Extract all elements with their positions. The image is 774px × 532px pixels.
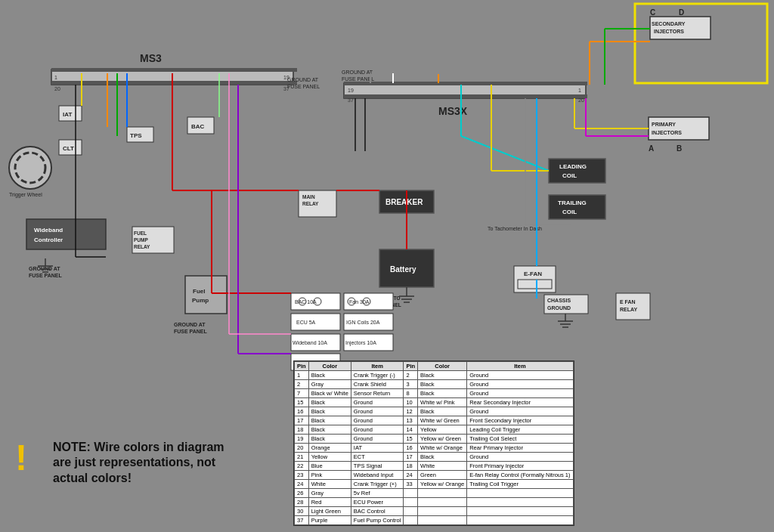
svg-text:MS3X: MS3X bbox=[438, 105, 468, 117]
legend-cell: Ground bbox=[351, 398, 404, 407]
legend-cell bbox=[467, 507, 573, 516]
svg-text:20: 20 bbox=[54, 86, 60, 91]
legend-row: 18BlackGround14YellowLeading Coil Trigge… bbox=[295, 425, 574, 435]
legend-header-pin-right: Pin bbox=[404, 362, 418, 371]
svg-text:COIL: COIL bbox=[562, 209, 577, 215]
svg-text:INJECTORS: INJECTORS bbox=[654, 29, 684, 34]
svg-rect-11 bbox=[344, 94, 587, 98]
svg-rect-76 bbox=[549, 195, 605, 219]
legend-row: 15BlackGround10White w/ PinkRear Seconda… bbox=[295, 398, 574, 407]
svg-text:INJECTORS: INJECTORS bbox=[652, 130, 682, 135]
svg-text:FUSE PANEL: FUSE PANEL bbox=[342, 76, 374, 82]
legend-cell: 12 bbox=[404, 407, 418, 416]
legend-cell: Ground bbox=[467, 389, 573, 398]
svg-text:IGN Coils 20A: IGN Coils 20A bbox=[346, 320, 380, 325]
legend-cell: 23 bbox=[295, 471, 309, 480]
legend-cell: Black bbox=[418, 407, 467, 416]
legend-cell: Gray bbox=[308, 380, 351, 389]
legend-cell: Red bbox=[308, 498, 351, 507]
legend-cell: 18 bbox=[404, 462, 418, 471]
legend-cell: 17 bbox=[295, 416, 309, 425]
legend-cell: ECT bbox=[351, 453, 404, 462]
svg-text:Fan 30A: Fan 30A bbox=[349, 299, 370, 305]
svg-text:RELAY: RELAY bbox=[134, 244, 150, 249]
legend-cell: Ground bbox=[351, 435, 404, 444]
svg-text:SECONDARY: SECONDARY bbox=[652, 21, 686, 26]
legend-row: 24WhiteCrank Trigger (+)33Yellow w/ Oran… bbox=[295, 480, 574, 489]
legend-cell: Ground bbox=[467, 453, 573, 462]
legend-cell: Black bbox=[308, 425, 351, 435]
legend-cell: White w/ Pink bbox=[418, 398, 467, 407]
svg-text:BAC: BAC bbox=[191, 123, 205, 130]
main-container: 1 19 20 37 MS3 19 1 37 20 MS3X GROUND AT… bbox=[0, 0, 774, 532]
legend-cell bbox=[404, 507, 418, 516]
legend-cell bbox=[467, 498, 573, 507]
legend-cell: Leading Coil Trigger bbox=[467, 425, 573, 435]
legend-cell: Yellow bbox=[308, 453, 351, 462]
svg-text:FUSE PANEL: FUSE PANEL bbox=[287, 84, 320, 89]
svg-text:19: 19 bbox=[348, 88, 354, 93]
legend-cell: TPS Signal bbox=[351, 462, 404, 471]
legend-cell: Front Primary Injector bbox=[467, 462, 573, 471]
svg-rect-96 bbox=[649, 117, 709, 140]
legend-cell: Black w/ White bbox=[308, 389, 351, 398]
svg-text:TRAILING: TRAILING bbox=[558, 200, 587, 206]
svg-text:COIL: COIL bbox=[562, 172, 577, 179]
legend-cell: Black bbox=[308, 371, 351, 380]
legend-cell: Black bbox=[308, 416, 351, 425]
legend-cell: 10 bbox=[404, 398, 418, 407]
legend-cell: 24 bbox=[295, 480, 309, 489]
legend-cell: 33 bbox=[404, 480, 418, 489]
svg-rect-2 bbox=[51, 68, 297, 72]
legend-cell: Wideband Input bbox=[351, 471, 404, 480]
legend-cell: Black bbox=[418, 389, 467, 398]
svg-text:FUSE PANEL: FUSE PANEL bbox=[29, 273, 63, 278]
svg-text:1: 1 bbox=[54, 75, 57, 80]
legend-header-item-right: Item bbox=[467, 362, 573, 371]
svg-text:GROUND AT: GROUND AT bbox=[287, 77, 319, 82]
legend-cell: 37 bbox=[295, 516, 309, 525]
svg-text:Wideband: Wideband bbox=[34, 227, 63, 234]
legend-cell: 8 bbox=[404, 389, 418, 398]
svg-text:Controller: Controller bbox=[34, 237, 63, 243]
legend-cell: White w/ Green bbox=[418, 416, 467, 425]
legend-header-item-left: Item bbox=[351, 362, 404, 371]
legend-cell bbox=[404, 516, 418, 525]
svg-text:CLT: CLT bbox=[63, 145, 74, 152]
svg-rect-45 bbox=[185, 276, 227, 314]
svg-text:RELAY: RELAY bbox=[620, 307, 637, 312]
svg-text:FUSE PANEL: FUSE PANEL bbox=[174, 329, 208, 334]
legend-cell: 14 bbox=[404, 425, 418, 435]
svg-text:ECU 5A: ECU 5A bbox=[296, 320, 316, 325]
svg-text:1: 1 bbox=[578, 88, 581, 93]
svg-text:LEADING: LEADING bbox=[559, 163, 587, 170]
svg-text:MAIN: MAIN bbox=[302, 194, 315, 200]
svg-text:37: 37 bbox=[348, 97, 354, 103]
legend-cell: 24 bbox=[404, 471, 418, 480]
legend-cell: Rear Primary Injector bbox=[467, 444, 573, 453]
legend-row: 19BlackGround15Yellow w/ GreenTrailing C… bbox=[295, 435, 574, 444]
legend-row: 17BlackGround13White w/ GreenFront Secon… bbox=[295, 416, 574, 425]
legend-cell: Ground bbox=[351, 407, 404, 416]
svg-text:E FAN: E FAN bbox=[620, 299, 636, 305]
legend-cell: 7 bbox=[295, 389, 309, 398]
legend-cell bbox=[418, 489, 467, 498]
legend-cell: Ground bbox=[351, 425, 404, 435]
legend-cell: E-fan Relay Control (Formally Nitrous 1) bbox=[467, 471, 573, 480]
legend-cell: White bbox=[308, 480, 351, 489]
legend-row: 23PinkWideband Input24GreenE-fan Relay C… bbox=[295, 471, 574, 480]
svg-text:E-FAN: E-FAN bbox=[524, 271, 542, 277]
legend-cell: Fuel Pump Control bbox=[351, 516, 404, 525]
legend-header-color-left: Color bbox=[308, 362, 351, 371]
legend-row: 30Light GreenBAC Control bbox=[295, 507, 574, 516]
legend-cell: 28 bbox=[295, 498, 309, 507]
legend-cell: Yellow w/ Green bbox=[418, 435, 467, 444]
legend-cell: Black bbox=[308, 435, 351, 444]
legend-cell bbox=[418, 516, 467, 525]
legend-cell: Purple bbox=[308, 516, 351, 525]
legend-cell bbox=[404, 489, 418, 498]
legend-cell: Crank Shield bbox=[351, 380, 404, 389]
legend-cell: Green bbox=[418, 471, 467, 480]
legend-cell: 1 bbox=[295, 371, 309, 380]
svg-text:PUMP: PUMP bbox=[134, 237, 148, 243]
